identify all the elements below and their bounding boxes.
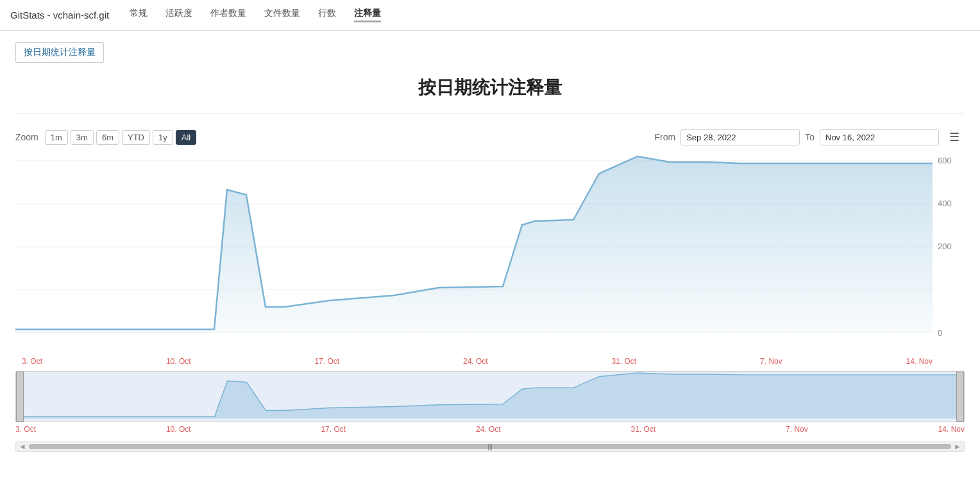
top-navigation: GitStats - vchain-scf.git 常规活跃度作者数量文件数量行… <box>0 0 980 31</box>
svg-text:600: 600 <box>938 156 952 165</box>
x-axis-label: 10. Oct <box>166 357 191 366</box>
page-title-area: 按日期统计注释量 <box>0 63 980 106</box>
chart-container: 600 400 200 0 3. Oct10. Oct17. Oct24. Oc… <box>0 154 980 366</box>
nav-link[interactable]: 常规 <box>130 8 148 18</box>
mini-x-label: 24. Oct <box>476 425 501 434</box>
mini-x-label: 3. Oct <box>15 425 36 434</box>
chart-svg: 600 400 200 0 <box>15 154 965 353</box>
x-axis-labels: 3. Oct10. Oct17. Oct24. Oct31. Oct7. Nov… <box>22 353 933 366</box>
nav-link[interactable]: 行数 <box>318 8 336 18</box>
nav-links: 常规活跃度作者数量文件数量行数注释量 <box>130 8 381 22</box>
app-brand: GitStats - vchain-scf.git <box>10 10 109 21</box>
nav-item[interactable]: 行数 <box>318 8 336 22</box>
zoom-button-3m[interactable]: 3m <box>71 130 94 145</box>
x-axis-label: 24. Oct <box>463 357 488 366</box>
zoom-button-1m[interactable]: 1m <box>45 130 68 145</box>
x-axis-label: 3. Oct <box>22 357 42 366</box>
scrollbar[interactable]: ◄ ||| ► <box>15 441 965 452</box>
breadcrumb-link[interactable]: 按日期统计注释量 <box>15 42 104 63</box>
scrollbar-right-arrow[interactable]: ► <box>951 442 964 451</box>
nav-item[interactable]: 活跃度 <box>165 8 192 22</box>
from-date-input[interactable] <box>680 129 800 145</box>
zoom-button-all[interactable]: All <box>176 130 196 145</box>
nav-item[interactable]: 注释量 <box>354 8 381 22</box>
mini-chart-svg <box>16 372 964 422</box>
page-title: 按日期统计注释量 <box>0 76 980 100</box>
mini-x-label: 10. Oct <box>166 425 191 434</box>
mini-chart-navigator[interactable] <box>15 371 965 422</box>
zoom-label: Zoom <box>15 132 38 142</box>
menu-icon-button[interactable]: ☰ <box>944 128 965 147</box>
from-label: From <box>655 132 676 142</box>
svg-text:200: 200 <box>938 242 952 251</box>
chart-controls: Zoom 1m3m6mYTD1yAll From To ☰ <box>0 120 980 154</box>
nav-link[interactable]: 注释量 <box>354 8 381 18</box>
nav-handle-right[interactable] <box>956 372 964 422</box>
nav-handle-left[interactable] <box>16 372 24 422</box>
mini-x-label: 31. Oct <box>631 425 656 434</box>
x-axis-label: 14. Nov <box>906 357 933 366</box>
divider <box>15 113 965 113</box>
to-label: To <box>805 132 815 142</box>
chart-fill <box>15 156 933 333</box>
nav-item[interactable]: 作者数量 <box>210 8 246 22</box>
mini-x-labels: 3. Oct10. Oct17. Oct24. Oct31. Oct7. Nov… <box>15 422 965 439</box>
nav-link[interactable]: 文件数量 <box>264 8 300 18</box>
x-axis-label: 31. Oct <box>612 357 637 366</box>
main-chart: 600 400 200 0 <box>15 154 965 353</box>
scrollbar-left-arrow[interactable]: ◄ <box>16 442 29 451</box>
svg-text:0: 0 <box>938 328 942 338</box>
svg-text:400: 400 <box>938 199 952 208</box>
zoom-button-ytd[interactable]: YTD <box>122 130 150 145</box>
mini-x-label: 14. Nov <box>938 425 965 434</box>
nav-item[interactable]: 文件数量 <box>264 8 300 22</box>
nav-link[interactable]: 活跃度 <box>165 8 192 18</box>
scrollbar-track: ||| <box>29 444 951 449</box>
mini-x-label: 7. Nov <box>786 425 808 434</box>
date-range-controls: From To ☰ <box>655 128 965 147</box>
x-axis-label: 17. Oct <box>314 357 339 366</box>
nav-item[interactable]: 常规 <box>130 8 148 22</box>
to-date-input[interactable] <box>820 129 939 145</box>
zoom-controls: Zoom 1m3m6mYTD1yAll <box>15 130 196 145</box>
scrollbar-thumb[interactable]: ||| <box>29 444 951 449</box>
zoom-button-6m[interactable]: 6m <box>96 130 119 145</box>
mini-x-label: 17. Oct <box>321 425 346 434</box>
zoom-button-1y[interactable]: 1y <box>153 130 173 145</box>
breadcrumb-area: 按日期统计注释量 <box>0 31 980 63</box>
zoom-buttons: 1m3m6mYTD1yAll <box>45 130 196 145</box>
x-axis-label: 7. Nov <box>760 357 782 366</box>
scrollbar-thumb-indicator: ||| <box>487 443 493 450</box>
nav-link[interactable]: 作者数量 <box>210 8 246 18</box>
